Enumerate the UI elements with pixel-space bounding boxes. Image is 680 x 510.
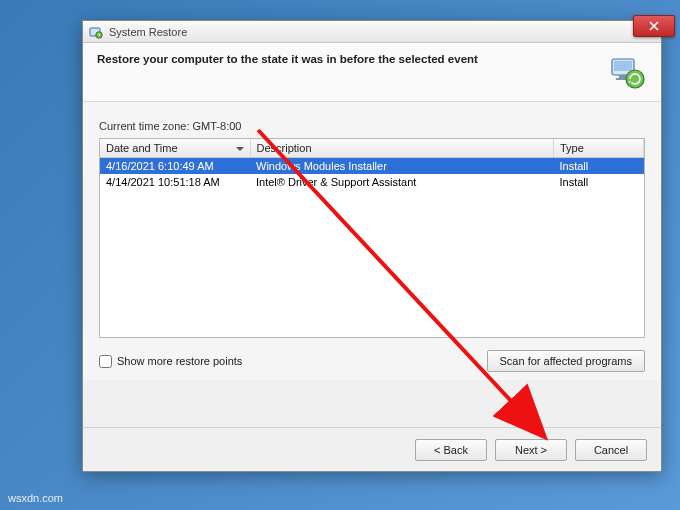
restore-icon <box>89 25 103 39</box>
footer: < Back Next > Cancel <box>83 427 661 471</box>
scan-affected-button[interactable]: Scan for affected programs <box>487 350 645 372</box>
column-header-type[interactable]: Type <box>554 139 644 158</box>
next-button[interactable]: Next > <box>495 439 567 461</box>
page-heading: Restore your computer to the state it wa… <box>97 53 478 65</box>
watermark: wsxdn.com <box>8 492 63 504</box>
cell-datetime: 4/14/2021 10:51:18 AM <box>100 174 250 190</box>
timezone-label: Current time zone: GMT-8:00 <box>99 120 645 132</box>
cell-description: Windows Modules Installer <box>250 158 554 175</box>
cell-datetime: 4/16/2021 6:10:49 AM <box>100 158 250 175</box>
column-header-datetime[interactable]: Date and Time <box>100 139 250 158</box>
column-header-description[interactable]: Description <box>250 139 554 158</box>
table-row[interactable]: 4/16/2021 6:10:49 AM Windows Modules Ins… <box>100 158 644 175</box>
back-button[interactable]: < Back <box>415 439 487 461</box>
cell-description: Intel® Driver & Support Assistant <box>250 174 554 190</box>
restore-large-icon <box>607 53 647 93</box>
restore-points-table[interactable]: Date and Time Description Type 4/16/2021… <box>99 138 645 338</box>
close-button[interactable] <box>633 15 675 37</box>
svg-point-6 <box>626 70 644 88</box>
cell-type: Install <box>554 174 644 190</box>
close-icon <box>649 21 659 31</box>
window-title: System Restore <box>109 26 187 38</box>
show-more-checkbox[interactable]: Show more restore points <box>99 355 242 368</box>
titlebar: System Restore <box>83 21 661 43</box>
cancel-button[interactable]: Cancel <box>575 439 647 461</box>
table-row[interactable]: 4/14/2021 10:51:18 AM Intel® Driver & Su… <box>100 174 644 190</box>
show-more-label: Show more restore points <box>117 355 242 367</box>
show-more-checkbox-input[interactable] <box>99 355 112 368</box>
cell-type: Install <box>554 158 644 175</box>
svg-rect-3 <box>614 61 632 71</box>
header: Restore your computer to the state it wa… <box>83 43 661 102</box>
system-restore-dialog: System Restore Restore your computer to … <box>82 20 662 472</box>
body: Current time zone: GMT-8:00 Date and Tim… <box>83 102 661 380</box>
